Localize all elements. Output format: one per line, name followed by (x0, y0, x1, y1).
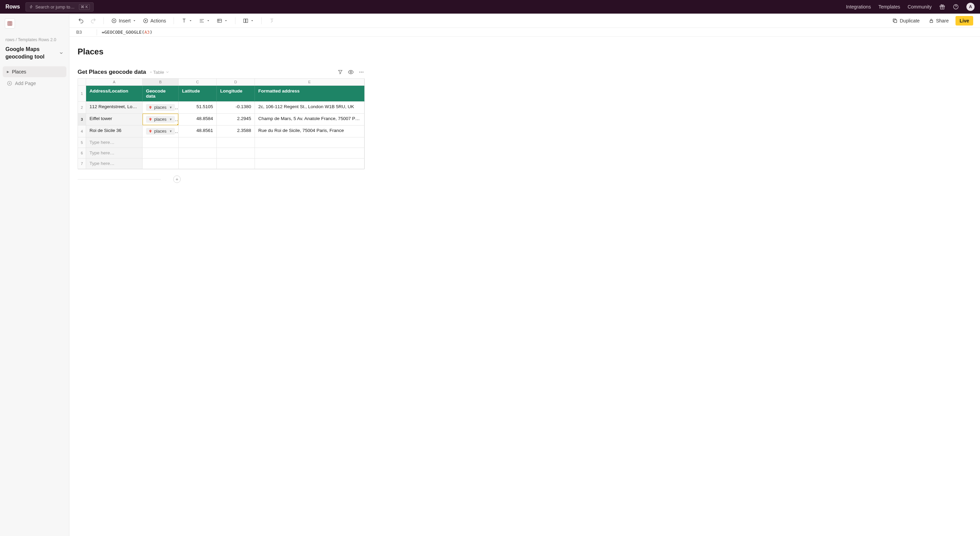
cell-empty[interactable] (255, 137, 364, 148)
gift-icon[interactable] (939, 4, 945, 10)
app-logo[interactable]: Rows (5, 4, 20, 10)
view-grid-icon[interactable] (5, 18, 15, 29)
cell-empty[interactable] (143, 148, 179, 159)
col-header-c[interactable]: C (179, 79, 217, 86)
cell-address-empty[interactable]: Type here… (86, 159, 143, 169)
col-header-a[interactable]: A (86, 79, 143, 86)
row-number[interactable]: 4 (78, 125, 86, 137)
cell-lng[interactable]: 2.2945 (217, 114, 255, 125)
search-placeholder: Search or jump to… (35, 5, 75, 10)
th-geocode[interactable]: Geocode data (143, 86, 179, 102)
row-number[interactable]: 2 (78, 102, 86, 114)
cell-empty[interactable] (179, 148, 217, 159)
fill-handle[interactable] (177, 124, 179, 125)
caret-right-icon: ▶ (7, 70, 9, 73)
svg-point-17 (150, 119, 151, 119)
th-address[interactable]: Address/Location (86, 86, 143, 102)
redo-button[interactable] (89, 17, 98, 25)
cell-empty[interactable] (143, 159, 179, 169)
document-title[interactable]: Google Maps geocoding tool (5, 46, 53, 60)
layout-button[interactable] (241, 17, 256, 25)
toolbar: Insert Actions (69, 14, 980, 28)
actions-button[interactable]: Actions (141, 17, 168, 25)
section-title[interactable]: Get Places geocode data (78, 69, 146, 76)
th-longitude[interactable]: Longitude (217, 86, 255, 102)
row-number[interactable]: 1 (78, 86, 86, 102)
cell-lat[interactable]: 48.8584 (179, 114, 217, 125)
svg-point-12 (350, 71, 352, 73)
row-number[interactable]: 6 (78, 148, 86, 159)
insert-button[interactable]: Insert (109, 17, 138, 25)
svg-rect-3 (8, 21, 12, 25)
live-button[interactable]: Live (956, 16, 973, 25)
top-nav: Integrations Templates Community A (846, 3, 975, 11)
cell-geocode[interactable]: places▼ (143, 102, 179, 114)
page-title[interactable]: Places (78, 47, 972, 57)
cell-formatted[interactable]: Champ de Mars, 5 Av. Anatole France, 750… (255, 114, 364, 125)
row-number[interactable]: 5 (78, 137, 86, 148)
breadcrumb[interactable]: rows / Templates Rows 2.0 (3, 37, 66, 42)
cell-empty[interactable] (143, 137, 179, 148)
eye-icon[interactable] (348, 69, 354, 75)
nav-templates[interactable]: Templates (878, 4, 900, 10)
doc-menu-chevron-icon[interactable] (59, 51, 64, 56)
more-icon[interactable] (359, 70, 364, 75)
nav-integrations[interactable]: Integrations (846, 4, 871, 10)
cell-geocode[interactable]: places▼ (143, 125, 179, 137)
svg-point-18 (150, 131, 151, 131)
text-format-button[interactable] (179, 17, 194, 25)
filter-icon[interactable] (337, 70, 343, 75)
cell-formatted[interactable]: Rue du Roi de Sicile, 75004 Paris, Franc… (255, 125, 364, 137)
places-chip[interactable]: places▼ (146, 128, 175, 135)
formula-input[interactable]: =GEOCODE_GOOGLE(A3) (102, 30, 153, 35)
add-page-button[interactable]: Add Page (3, 77, 66, 89)
cell-empty[interactable] (179, 159, 217, 169)
cell-format-button[interactable] (215, 17, 230, 25)
share-button[interactable]: Share (927, 17, 951, 25)
cell-lng[interactable]: 2.3588 (217, 125, 255, 137)
select-all-corner[interactable] (78, 79, 86, 86)
cell-empty[interactable] (217, 148, 255, 159)
svg-point-15 (363, 72, 363, 73)
col-header-b[interactable]: B (143, 79, 179, 86)
help-icon[interactable] (953, 4, 959, 10)
svg-point-16 (150, 107, 151, 108)
places-chip[interactable]: places▼ (146, 116, 175, 123)
global-search[interactable]: Search or jump to… ⌘ K (25, 2, 94, 11)
sidebar-page-places[interactable]: ▶ Places (3, 66, 66, 77)
align-button[interactable] (197, 17, 212, 25)
col-header-d[interactable]: D (217, 79, 255, 86)
row-number[interactable]: 3 (78, 114, 86, 125)
places-chip[interactable]: places▼ (146, 104, 175, 111)
user-avatar[interactable]: A (966, 3, 975, 11)
row-number[interactable]: 7 (78, 159, 86, 169)
cell-lng[interactable]: -0.1380 (217, 102, 255, 114)
cell-address-empty[interactable]: Type here… (86, 137, 143, 148)
svg-rect-10 (894, 20, 897, 22)
cell-address-empty[interactable]: Type here… (86, 148, 143, 159)
cell-address[interactable]: Roi de Sicile 36 (86, 125, 143, 137)
cell-empty[interactable] (217, 137, 255, 148)
sidebar: rows / Templates Rows 2.0 Google Maps ge… (0, 14, 69, 536)
cell-formatted[interactable]: 2c, 106-112 Regent St., London W1B 5RU, … (255, 102, 364, 114)
cell-empty[interactable] (179, 137, 217, 148)
svg-rect-9 (246, 19, 248, 22)
cell-geocode-selected[interactable]: places▼ (143, 114, 179, 125)
cell-address[interactable]: 112 Regentstreet, Londo (86, 102, 143, 114)
cell-lat[interactable]: 48.8561 (179, 125, 217, 137)
cell-address[interactable]: Eiffel tower (86, 114, 143, 125)
cell-lat[interactable]: 51.5105 (179, 102, 217, 114)
clear-format-button[interactable] (267, 17, 277, 25)
col-header-e[interactable]: E (255, 79, 364, 86)
active-cell-ref[interactable]: B3 (76, 30, 97, 35)
undo-button[interactable] (76, 17, 86, 25)
duplicate-button[interactable]: Duplicate (890, 17, 921, 25)
cell-empty[interactable] (255, 159, 364, 169)
th-latitude[interactable]: Latitude (179, 86, 217, 102)
cell-empty[interactable] (255, 148, 364, 159)
nav-community[interactable]: Community (907, 4, 932, 10)
view-type-selector[interactable]: • Table (150, 70, 169, 75)
cell-empty[interactable] (217, 159, 255, 169)
th-formatted[interactable]: Formatted address (255, 86, 364, 102)
add-section-button[interactable]: + (173, 176, 181, 183)
